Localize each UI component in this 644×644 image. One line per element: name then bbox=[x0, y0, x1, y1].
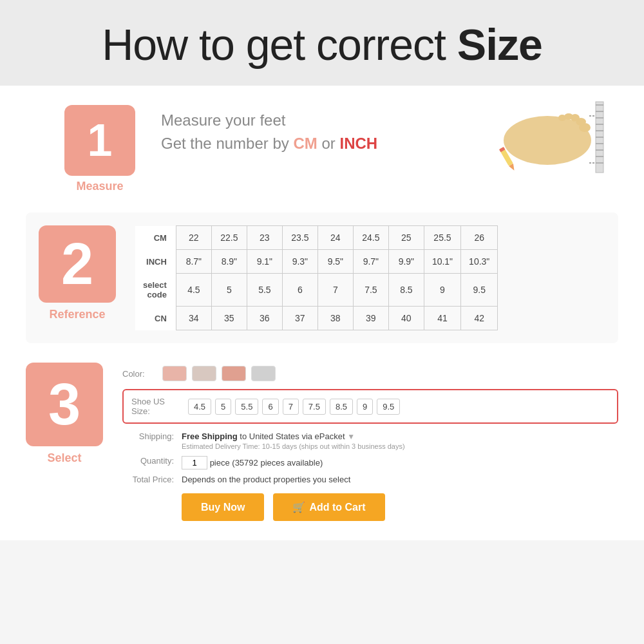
table-cell: 25.5 bbox=[424, 226, 460, 250]
step1-number: 1 bbox=[88, 118, 113, 163]
size-table-wrap: CM2222.52323.52424.52525.526INCH8.7"8.9"… bbox=[135, 225, 498, 330]
step2-section: 2 Reference CM2222.52323.52424.52525.526… bbox=[26, 213, 618, 343]
table-cell: 9.1" bbox=[247, 250, 282, 274]
step2-number: 2 bbox=[61, 235, 93, 293]
color-label: Color: bbox=[122, 369, 155, 379]
size-table: CM2222.52323.52424.52525.526INCH8.7"8.9"… bbox=[135, 225, 498, 330]
table-cell: 8.5 bbox=[388, 274, 424, 307]
price-value: Depends on the product properties you se… bbox=[182, 475, 350, 484]
price-row: Total Price: Depends on the product prop… bbox=[122, 475, 618, 484]
step2-badge: 2 bbox=[39, 225, 116, 303]
table-cell: 5 bbox=[211, 274, 247, 307]
size-button[interactable]: 4.5 bbox=[188, 399, 211, 415]
color-swatch[interactable] bbox=[162, 366, 187, 381]
step1-label: Measure bbox=[76, 180, 123, 193]
table-cell: 9 bbox=[424, 274, 460, 307]
step1-text: Measure your feet Get the number by CM o… bbox=[161, 105, 477, 153]
step1-cm: CM bbox=[293, 135, 317, 152]
shipping-dest: to United States via ePacket bbox=[238, 431, 345, 441]
table-cell: 6 bbox=[282, 274, 317, 307]
table-cell: 8.7" bbox=[176, 250, 211, 274]
color-swatches bbox=[162, 366, 276, 381]
size-row: Shoe US Size: 4.555.5677.58.599.5 bbox=[131, 397, 609, 416]
table-cell: 22 bbox=[176, 226, 211, 250]
step1-section: 1 Measure Measure your feet Get the numb… bbox=[26, 105, 618, 193]
shipping-text: Free Shipping bbox=[182, 431, 238, 441]
table-cell: 38 bbox=[317, 307, 353, 330]
step3-section: 3 Select Color: Shoe US Size: 4.555.5677… bbox=[26, 363, 618, 521]
size-button[interactable]: 6 bbox=[262, 399, 278, 415]
table-cell: 9.3" bbox=[282, 250, 317, 274]
size-button[interactable]: 7.5 bbox=[303, 399, 326, 415]
buy-now-button[interactable]: Buy Now bbox=[182, 493, 264, 521]
size-button[interactable]: 9 bbox=[357, 399, 373, 415]
price-label: Total Price: bbox=[122, 475, 174, 484]
table-cell: 23.5 bbox=[282, 226, 317, 250]
table-cell: 10.1" bbox=[424, 250, 460, 274]
title-bold: Size bbox=[457, 20, 542, 69]
step1-inch: INCH bbox=[339, 135, 377, 152]
step1-line2: Get the number by CM or INCH bbox=[161, 135, 477, 153]
table-cell: 5.5 bbox=[247, 274, 282, 307]
quantity-input[interactable] bbox=[182, 456, 207, 469]
quantity-row: Quantity: piece (35792 pieces available) bbox=[122, 456, 618, 469]
table-cell: 25 bbox=[388, 226, 424, 250]
shipping-row: Shipping: Free Shipping to United States… bbox=[122, 431, 618, 451]
table-cell: 34 bbox=[176, 307, 211, 330]
size-button[interactable]: 9.5 bbox=[377, 399, 400, 415]
page-title: How to get correct Size bbox=[13, 19, 631, 70]
table-cell: 9.5" bbox=[317, 250, 353, 274]
main-content: 1 Measure Measure your feet Get the numb… bbox=[0, 86, 644, 540]
table-cell: 23 bbox=[247, 226, 282, 250]
cart-label: Add to Cart bbox=[309, 502, 365, 513]
step3-number: 3 bbox=[48, 375, 80, 433]
size-button[interactable]: 5.5 bbox=[235, 399, 258, 415]
size-row-label: Shoe US Size: bbox=[131, 397, 183, 416]
table-cell: 7.5 bbox=[353, 274, 388, 307]
size-button[interactable]: 5 bbox=[215, 399, 231, 415]
step3-badge: 3 bbox=[26, 363, 103, 446]
size-button[interactable]: 8.5 bbox=[330, 399, 353, 415]
cart-icon: 🛒 bbox=[292, 501, 305, 513]
table-cell: 42 bbox=[461, 307, 498, 330]
color-swatch[interactable] bbox=[251, 366, 276, 381]
step1-line2-prefix: Get the number by bbox=[161, 135, 293, 152]
shipping-label: Shipping: bbox=[122, 431, 174, 441]
add-to-cart-button[interactable]: 🛒 Add to Cart bbox=[273, 493, 384, 521]
table-cell: 4.5 bbox=[176, 274, 211, 307]
table-cell: 35 bbox=[211, 307, 247, 330]
step3-label: Select bbox=[47, 451, 81, 465]
color-swatch[interactable] bbox=[222, 366, 246, 381]
shipping-info: Estimated Delivery Time: 10-15 days (shi… bbox=[182, 442, 405, 450]
size-selection-box: Shoe US Size: 4.555.5677.58.599.5 bbox=[122, 389, 618, 424]
table-cell: 7 bbox=[317, 274, 353, 307]
quantity-unit: piece (35792 pieces available) bbox=[210, 458, 323, 468]
quantity-label: Quantity: bbox=[122, 456, 174, 466]
step3-badge-wrap: 3 Select bbox=[26, 363, 103, 465]
color-row: Color: bbox=[122, 366, 618, 381]
size-buttons: 4.555.5677.58.599.5 bbox=[188, 399, 400, 415]
table-cell: 24 bbox=[317, 226, 353, 250]
action-buttons: Buy Now 🛒 Add to Cart bbox=[182, 493, 618, 521]
table-cell: 10.3" bbox=[461, 250, 498, 274]
table-cell: 37 bbox=[282, 307, 317, 330]
table-cell: 9.9" bbox=[388, 250, 424, 274]
shipping-dropdown-icon[interactable]: ▼ bbox=[347, 432, 355, 441]
color-swatch[interactable] bbox=[192, 366, 216, 381]
table-cell: 22.5 bbox=[211, 226, 247, 250]
table-cell: 40 bbox=[388, 307, 424, 330]
step1-or: or bbox=[317, 135, 340, 152]
table-cell: 9.5 bbox=[461, 274, 498, 307]
step3-content: Color: Shoe US Size: 4.555.5677.58.599.5… bbox=[122, 363, 618, 521]
step2-badge-wrap: 2 Reference bbox=[39, 225, 116, 321]
step1-badge: 1 bbox=[64, 105, 135, 176]
table-cell: 26 bbox=[461, 226, 498, 250]
table-cell: 8.9" bbox=[211, 250, 247, 274]
page-header: How to get correct Size bbox=[0, 0, 644, 86]
size-button[interactable]: 7 bbox=[283, 399, 299, 415]
foot-illustration bbox=[477, 99, 618, 176]
shipping-val: Free Shipping to United States via ePack… bbox=[182, 431, 405, 451]
title-normal: How to get correct bbox=[102, 20, 457, 69]
table-cell: 41 bbox=[424, 307, 460, 330]
table-cell: 36 bbox=[247, 307, 282, 330]
